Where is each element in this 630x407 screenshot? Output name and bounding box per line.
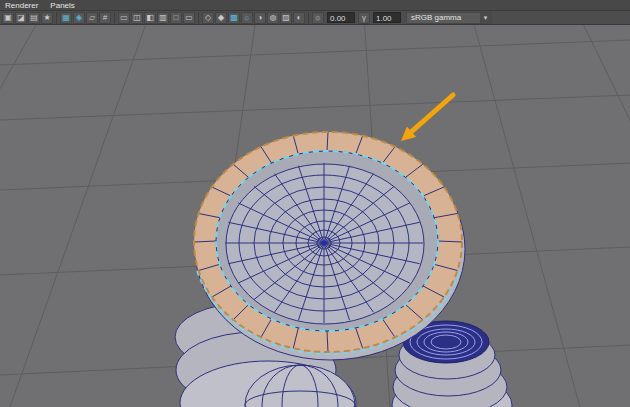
chevron-down-icon: ▼ <box>480 13 491 23</box>
select-camera-icon[interactable]: ▣ <box>2 12 14 24</box>
toolbar-separator <box>114 12 115 24</box>
lights-icon[interactable]: ☼ <box>241 12 253 24</box>
exposure-icon[interactable]: ☼ <box>312 12 324 24</box>
safe-action-icon[interactable]: □ <box>170 12 182 24</box>
wireframe-icon[interactable]: ◇ <box>202 12 214 24</box>
ambient-occlusion-icon[interactable]: ◍ <box>267 12 279 24</box>
menu-panels[interactable]: Panels <box>50 0 74 11</box>
panel-menu-bar: Renderer Panels <box>0 0 630 11</box>
view-transform-dropdown[interactable]: sRGB gamma ▼ <box>406 12 492 24</box>
grease-pencil-icon[interactable]: ▱ <box>86 12 98 24</box>
safe-title-icon[interactable]: ▭ <box>183 12 195 24</box>
toolbar-separator <box>56 12 57 24</box>
view-transform-value: sRGB gamma <box>411 13 461 22</box>
annotation-arrow <box>401 95 453 141</box>
gamma-field[interactable]: 1.00 <box>373 12 401 23</box>
toolbar-icons: ▣◪▤★▦◈▱#▭◫◧▥□▭◇◆▩☼◑◍▨◐ <box>2 12 311 24</box>
antialiasing-icon[interactable]: ▨ <box>280 12 292 24</box>
panel-toolbar: ▣◪▤★▦◈▱#▭◫◧▥□▭◇◆▩☼◑◍▨◐ ☼ 0.00 γ 1.00 sRG… <box>0 11 630 25</box>
toolbar-separator <box>308 12 309 24</box>
gate-mask-icon[interactable]: ◧ <box>144 12 156 24</box>
2d-pan-zoom-icon[interactable]: ◈ <box>73 12 85 24</box>
xray-icon[interactable]: ◐ <box>293 12 305 24</box>
shadows-icon[interactable]: ◑ <box>254 12 266 24</box>
camera-attributes-icon[interactable]: ▤ <box>28 12 40 24</box>
gamma-icon[interactable]: γ <box>358 12 370 24</box>
field-chart-icon[interactable]: ▥ <box>157 12 169 24</box>
textured-icon[interactable]: ▩ <box>228 12 240 24</box>
grid-toggle-icon[interactable]: # <box>99 12 111 24</box>
bookmark-icon[interactable]: ★ <box>41 12 53 24</box>
toolbar-separator <box>198 12 199 24</box>
viewport[interactable] <box>0 25 630 407</box>
viewport-svg[interactable] <box>0 25 630 407</box>
film-gate-icon[interactable]: ▭ <box>118 12 130 24</box>
resolution-gate-icon[interactable]: ◫ <box>131 12 143 24</box>
bowl-center-vertex <box>322 241 327 246</box>
exposure-field[interactable]: 0.00 <box>327 12 355 23</box>
menu-renderer[interactable]: Renderer <box>5 0 38 11</box>
lock-camera-icon[interactable]: ◪ <box>15 12 27 24</box>
shaded-icon[interactable]: ◆ <box>215 12 227 24</box>
mesh-bowl <box>194 132 465 360</box>
image-plane-icon[interactable]: ▦ <box>60 12 72 24</box>
